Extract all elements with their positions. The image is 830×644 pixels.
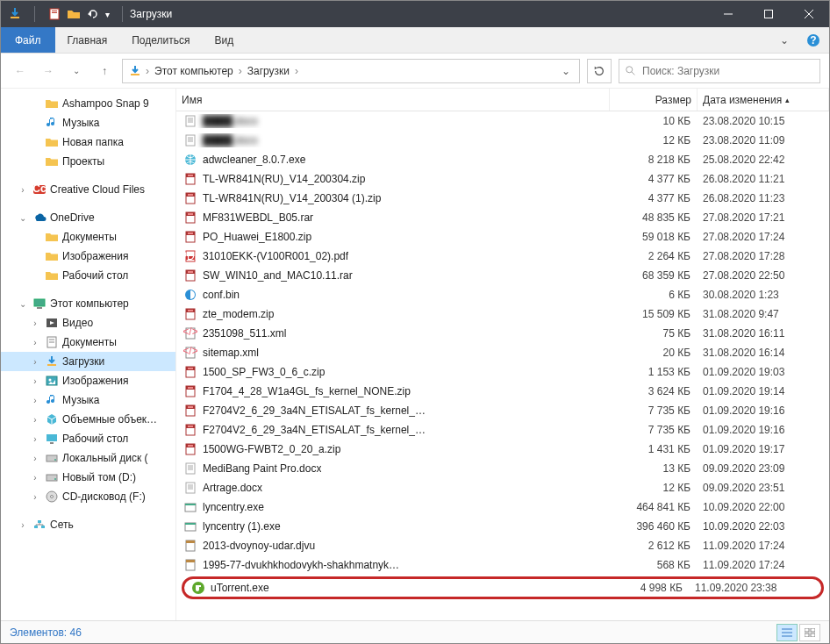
file-row[interactable]: MediBang Paint Pro.docx13 КБ09.09.2020 2…: [176, 459, 829, 478]
nav-item[interactable]: ›Загрузки: [1, 352, 175, 371]
forward-button[interactable]: →: [38, 61, 59, 82]
nav-item[interactable]: ›Локальный диск (: [1, 448, 175, 468]
col-name[interactable]: Имя: [176, 89, 610, 111]
file-row[interactable]: MF831WEBDL_B05.rar48 835 КБ27.08.2020 17…: [176, 208, 829, 227]
file-list[interactable]: ████.docx10 КБ23.08.2020 10:15████.docx1…: [176, 111, 829, 620]
file-row[interactable]: 1995-77-dvukhkhodovykh-shakhmatnyk…568 К…: [176, 555, 829, 575]
properties-icon[interactable]: [47, 7, 61, 21]
file-row[interactable]: adwcleaner_8.0.7.exe8 218 КБ25.08.2020 2…: [176, 150, 829, 169]
expand-icon[interactable]: ›: [29, 492, 41, 502]
ribbon-collapse-icon[interactable]: ⌄: [771, 27, 798, 53]
expand-icon[interactable]: ›: [17, 520, 29, 530]
file-row[interactable]: lyncentry.exe464 841 КБ10.09.2020 22:00: [176, 497, 829, 517]
breadcrumb-sep[interactable]: ›: [146, 65, 149, 77]
file-row[interactable]: F2704V2_6_29_3a4N_ETISALAT_fs_kernel_…7 …: [176, 401, 829, 420]
recent-dropdown[interactable]: ⌄: [66, 61, 87, 82]
nav-item[interactable]: Музыка: [1, 113, 175, 132]
nav-item[interactable]: ›CD-дисковод (F:): [1, 487, 175, 506]
tab-home[interactable]: Главная: [55, 27, 120, 53]
new-folder-icon[interactable]: [67, 7, 81, 21]
nav-item[interactable]: Ashampoo Snap 9: [1, 94, 175, 113]
file-row[interactable]: F1704_4_28_W1a4GL_fs_kernel_NONE.zip3 62…: [176, 382, 829, 401]
expand-icon[interactable]: ›: [29, 415, 41, 425]
file-row[interactable]: conf.bin6 КБ30.08.2020 1:23: [176, 285, 829, 304]
refresh-button[interactable]: [587, 59, 612, 83]
expand-icon[interactable]: ›: [29, 454, 41, 463]
nav-item[interactable]: Новая папка: [1, 132, 175, 152]
file-row[interactable]: PO_Huawei_E1800.zip59 018 КБ27.08.2020 1…: [176, 227, 829, 247]
file-row[interactable]: ████.docx10 КБ23.08.2020 10:15: [176, 111, 829, 131]
file-row[interactable]: lyncentry (1).exe396 460 КБ10.09.2020 22…: [176, 517, 829, 536]
file-row[interactable]: </>sitemap.xml20 КБ31.08.2020 16:14: [176, 343, 829, 362]
navigation-pane[interactable]: Ashampoo Snap 9МузыкаНовая папкаПроекты›…: [1, 89, 176, 620]
expand-icon[interactable]: ›: [29, 434, 41, 444]
svg-point-27: [54, 459, 56, 461]
file-row[interactable]: TL-WR841N(RU)_V14_200304 (1).zip4 377 КБ…: [176, 189, 829, 208]
breadcrumb-root[interactable]: Этот компьютер: [153, 65, 235, 77]
col-date[interactable]: Дата изменения▴: [698, 89, 829, 111]
close-button[interactable]: [789, 1, 829, 27]
expand-icon[interactable]: ›: [29, 357, 41, 367]
expand-icon[interactable]: ⌄: [17, 299, 29, 309]
file-row[interactable]: Artrage.docx12 КБ09.09.2020 23:51: [176, 478, 829, 497]
expand-icon[interactable]: ›: [29, 473, 41, 483]
expand-icon[interactable]: ⌄: [17, 213, 29, 223]
expand-icon[interactable]: ›: [29, 338, 41, 347]
search-box[interactable]: [619, 59, 820, 83]
address-bar[interactable]: › Этот компьютер › Загрузки › ⌄: [122, 59, 580, 83]
help-icon[interactable]: ?: [798, 27, 829, 53]
file-row[interactable]: ████.docx12 КБ23.08.2020 11:09: [176, 131, 829, 150]
address-dropdown-icon[interactable]: ⌄: [558, 65, 574, 77]
expand-icon[interactable]: ›: [29, 396, 41, 405]
nav-item[interactable]: ›Новый том (D:): [1, 468, 175, 487]
file-tab[interactable]: Файл: [1, 27, 55, 53]
expand-icon[interactable]: ›: [17, 185, 29, 195]
nav-item[interactable]: ⌄Этот компьютер: [1, 294, 175, 313]
file-row[interactable]: 1500_SP_FW3_0_6_c.zip1 153 КБ01.09.2020 …: [176, 362, 829, 382]
file-row[interactable]: </>2351098_511.xml75 КБ31.08.2020 16:11: [176, 324, 829, 343]
search-input[interactable]: [642, 65, 814, 77]
file-row[interactable]: uTorrent.exe4 998 КБ11.09.2020 23:38: [182, 576, 824, 599]
tab-share[interactable]: Поделиться: [119, 27, 202, 53]
file-row[interactable]: PDF31010EKK-(V100R001_02).pdf2 264 КБ27.…: [176, 247, 829, 266]
details-view-button[interactable]: [776, 624, 798, 641]
expand-icon[interactable]: ›: [29, 318, 41, 328]
nav-item[interactable]: Рабочий стол: [1, 266, 175, 285]
file-row[interactable]: F2704V2_6_29_3a4N_ETISALAT_fs_kernel_…7 …: [176, 420, 829, 440]
nav-item[interactable]: ›Документы: [1, 333, 175, 352]
nav-item[interactable]: ›Изображения: [1, 371, 175, 390]
nav-item[interactable]: Проекты: [1, 152, 175, 171]
file-row[interactable]: 1500WG-FWBT2_0_20_a.zip1 431 КБ01.09.202…: [176, 440, 829, 459]
onedrive-icon: [32, 211, 47, 225]
back-button[interactable]: ←: [10, 61, 31, 82]
nav-item[interactable]: ›CcCreative Cloud Files: [1, 180, 175, 199]
file-row[interactable]: 2013-dvoynoy-udar.djvu2 612 КБ11.09.2020…: [176, 536, 829, 555]
col-size[interactable]: Размер: [610, 89, 698, 111]
tab-view[interactable]: Вид: [202, 27, 246, 53]
expand-icon[interactable]: ›: [29, 376, 41, 386]
nav-item[interactable]: Изображения: [1, 247, 175, 266]
nav-item[interactable]: ›Объемные объек…: [1, 410, 175, 429]
qat-dropdown-icon[interactable]: ▾: [105, 10, 110, 19]
breadcrumb-sep[interactable]: ›: [239, 65, 242, 77]
maximize-button[interactable]: [748, 1, 789, 27]
nav-item[interactable]: ›Видео: [1, 313, 175, 333]
nav-item[interactable]: ›Музыка: [1, 390, 175, 410]
svg-rect-46: [188, 175, 193, 176]
file-size: 568 КБ: [610, 559, 698, 571]
nav-label: Рабочий стол: [62, 433, 128, 445]
nav-item[interactable]: Документы: [1, 227, 175, 247]
nav-item[interactable]: ⌄OneDrive: [1, 208, 175, 227]
pc-icon: [32, 297, 47, 311]
nav-item[interactable]: ›Сеть: [1, 515, 175, 534]
file-row[interactable]: SW_WIN10_and_MAC10.11.rar68 359 КБ27.08.…: [176, 266, 829, 285]
nav-item[interactable]: ›Рабочий стол: [1, 429, 175, 448]
minimize-button[interactable]: [708, 1, 748, 27]
undo-icon[interactable]: [86, 7, 100, 21]
file-row[interactable]: TL-WR841N(RU)_V14_200304.zip4 377 КБ26.0…: [176, 169, 829, 189]
breadcrumb-sep[interactable]: ›: [295, 65, 298, 77]
file-row[interactable]: zte_modem.zip15 509 КБ31.08.2020 9:47: [176, 304, 829, 324]
up-button[interactable]: ↑: [94, 61, 115, 82]
breadcrumb-folder[interactable]: Загрузки: [246, 65, 291, 77]
icons-view-button[interactable]: [799, 624, 820, 641]
